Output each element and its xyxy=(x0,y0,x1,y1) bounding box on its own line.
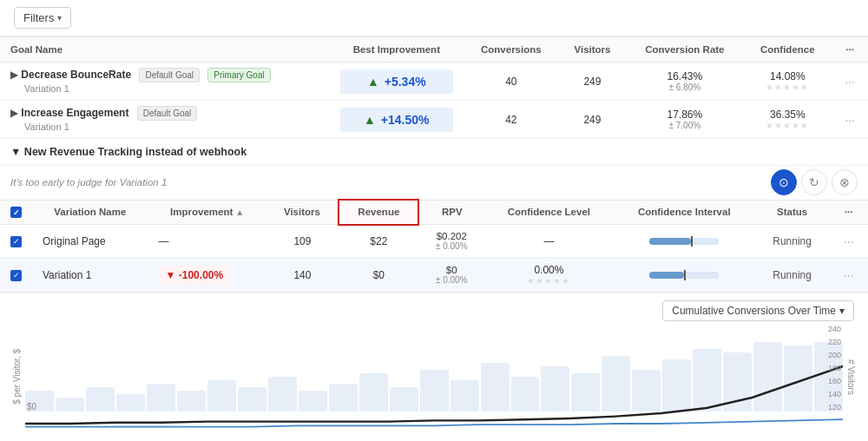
th-confidence: Confidence xyxy=(744,37,832,63)
goal-name-text: Decrease BounceRate xyxy=(21,69,131,81)
chart-zero-label: $0 xyxy=(27,402,36,411)
original-line xyxy=(25,366,843,424)
visitors-cell: 249 xyxy=(559,63,626,101)
rpv-cell: $0 ± 0.00% xyxy=(418,258,484,293)
arrow-up-icon: ▲ xyxy=(367,75,379,89)
early-judge-var: Variation 1 xyxy=(120,177,168,188)
th-revenue: Revenue xyxy=(339,200,418,225)
table-row: ✓ Variation 1 ▼ -100.00% 140 $0 $0 ± 0.0… xyxy=(0,258,868,293)
more-cell[interactable]: ··· xyxy=(829,258,868,293)
table-row: ▶ Increase Engagement Default Goal Varia… xyxy=(0,101,868,139)
chart-section: Cumulative Conversions Over Time ▾ $ per… xyxy=(0,293,868,429)
th-checkbox: ✓ xyxy=(0,200,32,225)
th-visitors: Visitors xyxy=(266,200,339,225)
more-options-icon[interactable]: ··· xyxy=(844,268,854,282)
visitors-cell: 140 xyxy=(266,258,339,293)
confidence-bar xyxy=(649,272,719,279)
more-options-icon[interactable]: ··· xyxy=(845,75,855,89)
th-variation-name: Variation Name xyxy=(32,200,148,225)
badge-default: Default Goal xyxy=(137,106,198,121)
th-rpv: RPV xyxy=(418,200,484,225)
chart-dropdown-label: Cumulative Conversions Over Time xyxy=(672,305,836,317)
row-checkbox[interactable]: ✓ xyxy=(10,236,22,247)
th-visitors: Visitors xyxy=(559,37,626,63)
th-more[interactable]: ··· xyxy=(832,37,868,63)
improvement-value: ▼ -100.00% xyxy=(159,266,231,285)
improvement-cell: ▼ -100.00% xyxy=(148,258,266,293)
chevron-down-icon: ▾ xyxy=(57,13,62,23)
early-judge-prefix: It's too early to judge for xyxy=(10,177,116,188)
filters-button[interactable]: Filters ▾ xyxy=(14,7,71,29)
y-tick-label: 140 xyxy=(828,390,841,398)
confidence-value: 36.35% xyxy=(754,109,822,121)
expand-icon[interactable]: ▶ xyxy=(10,69,18,81)
more-cell[interactable]: ··· xyxy=(832,101,868,139)
section-title: New Revenue Tracking instead of webhook xyxy=(24,146,247,158)
th-improvement: Improvement ▲ xyxy=(148,200,266,225)
th-confidence-level: Confidence Level xyxy=(484,200,614,225)
y-tick-label: 160 xyxy=(828,377,841,385)
more-cell[interactable]: ··· xyxy=(829,225,868,258)
conversions-cell: 42 xyxy=(464,101,559,139)
chart-y-ticks: 240220200180160140120 xyxy=(828,325,843,411)
chart-inner: $0 240220200180160140120 xyxy=(25,325,843,429)
refresh-icon: ↻ xyxy=(809,175,819,189)
toggle-close-button[interactable]: ⊗ xyxy=(832,169,858,195)
checkbox-all[interactable]: ✓ xyxy=(10,207,22,218)
status-cell: Running xyxy=(755,225,830,258)
conversion-rate-value: 16.43% xyxy=(636,70,733,82)
goal-name-text: Increase Engagement xyxy=(21,107,128,119)
confidence-level-cell: 0.00% ★★★★★ xyxy=(484,258,614,293)
chart-line-svg xyxy=(25,325,843,429)
row-checkbox[interactable]: ✓ xyxy=(10,270,22,281)
th-more[interactable]: ··· xyxy=(829,200,868,225)
early-judge-text: It's too early to judge for Variation 1 xyxy=(10,176,167,188)
visitors-cell: 109 xyxy=(266,225,339,258)
more-options-icon[interactable]: ··· xyxy=(845,113,855,127)
confidence-tick xyxy=(684,270,686,280)
view-toggle-group: ⊙ ↻ ⊗ xyxy=(771,169,858,195)
confidence-value: 14.08% xyxy=(754,70,822,82)
chart-y-label-left: $ per Visitor, $ xyxy=(9,349,25,405)
sort-icon: ▲ xyxy=(235,207,244,217)
goal-name-cell: ▶ Decrease BounceRate Default Goal Prima… xyxy=(0,63,330,101)
checkbox-cell[interactable]: ✓ xyxy=(0,258,32,293)
y-tick-label: 120 xyxy=(828,403,841,411)
arrow-up-icon: ▲ xyxy=(364,113,376,127)
th-confidence-interval: Confidence Interval xyxy=(614,200,755,225)
conversion-rate-value: 17.86% xyxy=(636,109,733,121)
conversion-rate-sub: ± 6.80% xyxy=(636,82,733,92)
expand-icon[interactable]: ▶ xyxy=(10,107,18,119)
top-bar: Filters ▾ xyxy=(0,0,868,36)
improvement-value: ▲ +14.50% xyxy=(340,108,453,132)
th-conversion-rate: Conversion Rate xyxy=(626,37,743,63)
confidence-bar-fill xyxy=(649,238,691,245)
status-value: Running xyxy=(773,235,812,247)
th-conversions: Conversions xyxy=(464,37,559,63)
chart-dropdown-button[interactable]: Cumulative Conversions Over Time ▾ xyxy=(662,300,854,321)
badge-primary: Primary Goal xyxy=(207,68,270,82)
improvement-cell: ▲ +14.50% xyxy=(330,101,464,139)
variation-name-cell: Original Page xyxy=(32,225,148,258)
improvement-cell: — xyxy=(148,225,266,258)
badge-default: Default Goal xyxy=(139,68,200,82)
filters-label: Filters xyxy=(23,11,54,24)
variation-label: Variation 1 xyxy=(10,83,69,94)
improvement-text: +14.50% xyxy=(381,113,430,127)
rpv-sub: ± 0.00% xyxy=(429,241,474,251)
toggle-chart-button[interactable]: ⊙ xyxy=(771,169,797,195)
th-goal-name: Goal Name xyxy=(0,37,330,63)
more-cell[interactable]: ··· xyxy=(832,63,868,101)
rpv-cell: $0.202 ± 0.00% xyxy=(418,225,484,258)
expand-icon[interactable]: ▼ xyxy=(10,146,21,158)
confidence-stars: ★★★★★ xyxy=(754,121,822,130)
th-best-improvement: Best Improvement xyxy=(330,37,464,63)
toggle-refresh-button[interactable]: ↻ xyxy=(801,169,827,195)
confidence-interval-cell xyxy=(614,258,755,293)
close-icon: ⊗ xyxy=(839,175,850,189)
more-options-icon[interactable]: ··· xyxy=(844,234,854,248)
chart-chevron-icon: ▾ xyxy=(839,305,845,317)
checkbox-cell[interactable]: ✓ xyxy=(0,225,32,258)
confidence-cell: 36.35% ★★★★★ xyxy=(744,101,832,139)
conversion-rate-cell: 16.43% ± 6.80% xyxy=(626,63,743,101)
